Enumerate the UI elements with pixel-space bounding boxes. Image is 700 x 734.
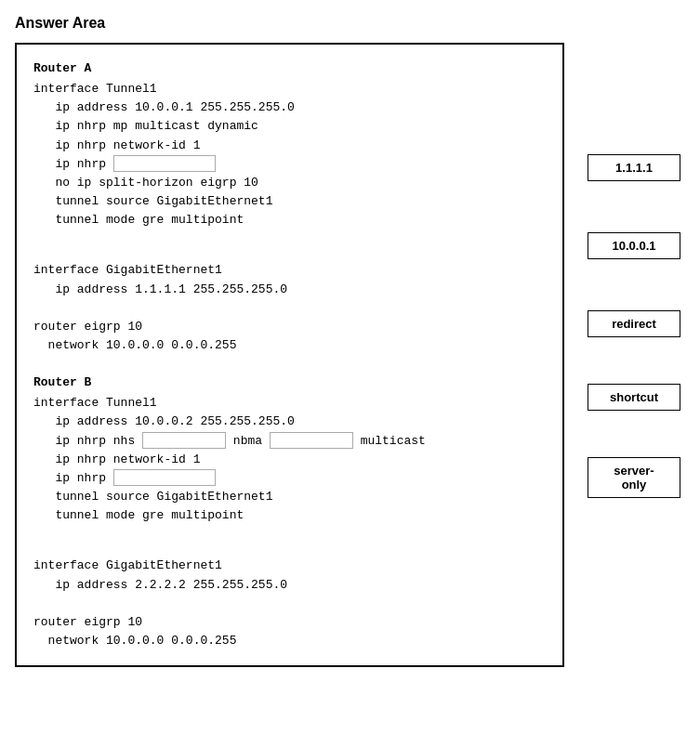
answer-box: Router A interface Tunnel1 ip address 10… bbox=[15, 43, 564, 667]
router-b-multicast-label: multicast bbox=[353, 434, 426, 448]
option-redirect[interactable]: redirect bbox=[588, 310, 680, 337]
page-title: Answer Area bbox=[15, 15, 685, 32]
router-a-code-3: interface GigabitEthernet1 ip address 1.… bbox=[33, 242, 546, 355]
router-a-nhrp-input[interactable] bbox=[113, 155, 216, 172]
router-b-nhs-input[interactable] bbox=[142, 432, 226, 449]
router-b-code-3: tunnel source GigabitEthernet1 tunnel mo… bbox=[33, 490, 272, 522]
router-b-label: Router B bbox=[33, 374, 546, 392]
option-shortcut[interactable]: shortcut bbox=[588, 384, 680, 411]
router-b-nbma-input[interactable] bbox=[270, 432, 353, 449]
router-b-nbma-label: nbma bbox=[226, 434, 270, 448]
router-b-nhrp-input[interactable] bbox=[113, 469, 216, 486]
router-a-label: Router A bbox=[33, 59, 546, 78]
option-10-0-0-1[interactable]: 10.0.0.1 bbox=[588, 232, 680, 259]
main-layout: Router A interface Tunnel1 ip address 10… bbox=[15, 43, 685, 667]
sidebar: 1.1.1.1 10.0.0.1 redirect shortcut serve… bbox=[583, 43, 685, 498]
router-a-code-2: no ip split-horizon eigrp 10 tunnel sour… bbox=[33, 176, 272, 227]
router-b-code-4: interface GigabitEthernet1 ip address 2.… bbox=[33, 538, 546, 650]
option-1-1-1-1[interactable]: 1.1.1.1 bbox=[588, 154, 680, 181]
option-server-only[interactable]: server-only bbox=[588, 457, 680, 498]
